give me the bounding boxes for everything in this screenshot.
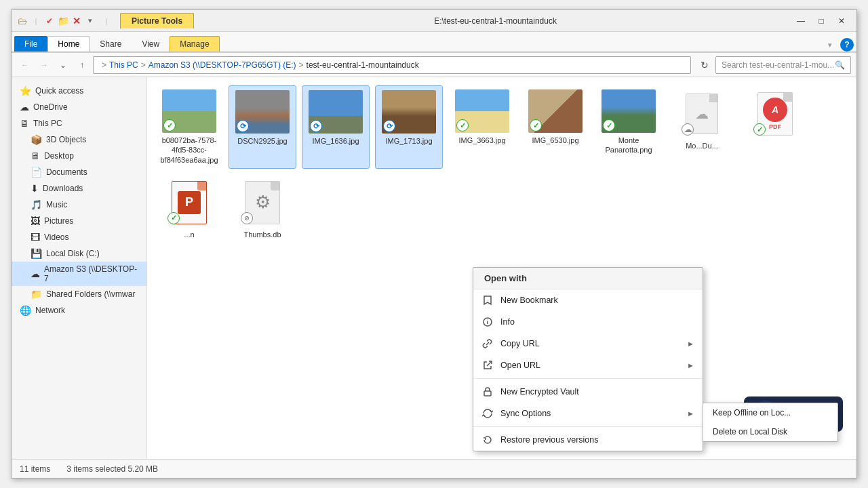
back-button[interactable]: ←	[17, 57, 33, 73]
sidebar-item-desktop[interactable]: 🖥 Desktop	[12, 148, 146, 164]
minimize-button[interactable]: —	[791, 14, 810, 28]
tab-file[interactable]: File	[14, 36, 47, 52]
svg-point-2	[488, 320, 488, 321]
status-icon-11: ⊘	[241, 212, 253, 224]
dropdown-arrow-icon[interactable]: ▾	[85, 16, 96, 26]
sidebar-item-downloads[interactable]: ⬇ Downloads	[12, 180, 146, 197]
recent-button[interactable]: ⌄	[55, 57, 71, 73]
ctx-item-copy-url[interactable]: Copy URL ►	[473, 333, 703, 354]
sidebar-label-music: Music	[46, 200, 67, 209]
ctx-label-new-bookmark: New Bookmark	[500, 296, 558, 305]
status-icon-8: ☁	[682, 123, 694, 136]
file-label-11: Thumbs.db	[243, 230, 281, 239]
file-item-9[interactable]: A PDF ✓	[741, 85, 809, 169]
sync-icon	[481, 407, 494, 420]
ctx-item-open-url[interactable]: Open URL ►	[473, 354, 703, 376]
music-icon: 🎵	[31, 199, 42, 210]
ctx-divider1	[473, 378, 703, 379]
status-icon-9: ✓	[753, 123, 766, 136]
close-red-icon: ✕	[71, 16, 82, 26]
ctx-label-copy-url: Copy URL	[500, 339, 540, 348]
sidebar-item-documents[interactable]: 📄 Documents	[12, 164, 146, 180]
ctx-label-new-vault: New Encrypted Vault	[500, 387, 579, 396]
folder-icon: 🗁	[17, 16, 28, 26]
search-placeholder: Search test-eu-central-1-mou...	[722, 60, 834, 70]
sidebar-label-amazon-s3: Amazon S3 (\\DESKTOP-7	[44, 264, 141, 283]
file-label-5: IMG_3663.jpg	[458, 136, 505, 145]
status-icon-5: ✓	[456, 119, 469, 131]
svg-rect-4	[484, 391, 491, 396]
cloud-icon: ☁	[20, 102, 29, 113]
sidebar-item-videos[interactable]: 🎞 Videos	[12, 229, 146, 245]
path-arrow3: >	[299, 60, 304, 70]
tab-home[interactable]: Home	[47, 36, 90, 52]
file-item-4[interactable]: ⟳ IMG_1713.jpg	[375, 85, 443, 169]
refresh-button[interactable]: ↻	[696, 57, 713, 73]
sidebar-item-pictures[interactable]: 🖼 Pictures	[12, 213, 146, 229]
3d-icon: 📦	[31, 134, 42, 145]
file-label-8: Mo...Du...	[686, 141, 718, 150]
sidebar-item-this-pc[interactable]: 🖥 This PC	[12, 115, 146, 131]
title-bar: 🗁 | ✔ 📁 ✕ ▾ | Picture Tools E:\test-eu-c…	[12, 10, 856, 32]
status-selected-info: 3 items selected 5.20 MB	[66, 464, 158, 474]
file-item-7[interactable]: ✓ Monte Panarotta.png	[595, 85, 663, 169]
sidebar-label-onedrive: OneDrive	[33, 102, 68, 112]
search-icon: 🔍	[835, 60, 845, 70]
tab-manage[interactable]: Manage	[170, 36, 219, 52]
help-button[interactable]: ?	[840, 38, 854, 52]
explorer-window: 🗁 | ✔ 📁 ✕ ▾ | Picture Tools E:\test-eu-c…	[11, 9, 857, 479]
external-icon	[481, 359, 494, 371]
collapse-icon[interactable]: ▾	[828, 41, 832, 49]
path-this-pc[interactable]: This PC	[109, 60, 138, 70]
ctx-item-restore[interactable]: Restore previous versions	[473, 429, 703, 451]
bookmark-icon	[481, 294, 494, 306]
forward-button[interactable]: →	[36, 57, 52, 73]
sidebar-item-network[interactable]: 🌐 Network	[12, 302, 146, 319]
ctx-item-sync-options[interactable]: Sync Options ► Keep Offline on Loc... De…	[473, 403, 703, 424]
submenu-item-keep-offline[interactable]: Keep Offline on Loc...	[703, 403, 837, 422]
sidebar-item-shared-folders[interactable]: 📁 Shared Folders (\\vmwar	[12, 286, 146, 302]
path-bucket[interactable]: test-eu-central-1-mountainduck	[307, 60, 419, 70]
svg-line-3	[487, 361, 492, 366]
sidebar-item-quick-access[interactable]: ⭐ Quick access	[12, 83, 146, 99]
sidebar-label-local-disk: Local Disk (C:)	[46, 249, 100, 258]
file-item-2[interactable]: ⟳ DSCN2925.jpg	[229, 85, 296, 169]
ribbon-tabs: File Home Share View Manage ▾ ?	[12, 32, 856, 52]
address-path[interactable]: > This PC > Amazon S3 (\\DESKTOP-7PG65GT…	[93, 56, 691, 74]
sidebar-label-documents: Documents	[46, 167, 87, 177]
sidebar-item-3d-objects[interactable]: 📦 3D Objects	[12, 131, 146, 148]
file-item-6[interactable]: ✓ IMG_6530.jpg	[521, 85, 589, 169]
close-button[interactable]: ✕	[832, 14, 851, 28]
sidebar-item-onedrive[interactable]: ☁ OneDrive	[12, 99, 146, 115]
tab-share[interactable]: Share	[90, 36, 132, 52]
status-item-count: 11 items	[20, 464, 50, 474]
sidebar-item-music[interactable]: 🎵 Music	[12, 197, 146, 213]
file-item-8[interactable]: ☁ ☁ Mo...Du...	[668, 85, 736, 169]
search-box[interactable]: Search test-eu-central-1-mou... 🔍	[715, 56, 851, 74]
file-label-2: DSCN2925.jpg	[237, 136, 287, 146]
file-item-5[interactable]: ✓ IMG_3663.jpg	[448, 85, 516, 169]
ribbon: File Home Share View Manage ▾ ?	[12, 32, 856, 53]
sidebar-item-amazon-s3[interactable]: ☁ Amazon S3 (\\DESKTOP-7	[12, 262, 146, 286]
sidebar: ⭐ Quick access ☁ OneDrive 🖥 This PC 📦 3D…	[12, 77, 147, 459]
ctx-item-new-bookmark[interactable]: New Bookmark	[473, 289, 703, 311]
ctx-item-info[interactable]: Info	[473, 311, 703, 333]
status-icon-7: ✓	[603, 119, 615, 131]
submenu-item-delete-local[interactable]: Delete on Local Disk	[703, 422, 837, 441]
file-item-11[interactable]: ⚙ ⊘ Thumbs.db	[229, 174, 296, 243]
up-button[interactable]: ↑	[74, 57, 90, 73]
videos-icon: 🎞	[31, 232, 40, 243]
file-item-1[interactable]: ✓ b08072ba-7578-4fd5-83cc-bf84f63ea6aa.j…	[155, 85, 223, 169]
sidebar-label-videos: Videos	[44, 232, 68, 242]
maximize-button[interactable]: □	[812, 14, 831, 28]
ctx-item-new-vault[interactable]: New Encrypted Vault	[473, 381, 703, 403]
ctx-label-open-url: Open URL	[500, 361, 540, 370]
sidebar-item-local-disk[interactable]: 💾 Local Disk (C:)	[12, 245, 146, 262]
tab-view[interactable]: View	[132, 36, 170, 52]
file-item-10[interactable]: P ✓ ...n	[155, 174, 223, 243]
status-icon-2: ⟳	[237, 120, 249, 132]
status-icon-1: ✓	[163, 119, 176, 131]
file-item-3[interactable]: ⟳ IMG_1636.jpg	[302, 85, 370, 169]
picture-tools-tab[interactable]: Picture Tools	[120, 13, 194, 28]
path-s3[interactable]: Amazon S3 (\\DESKTOP-7PG65GT) (E:)	[149, 60, 296, 70]
